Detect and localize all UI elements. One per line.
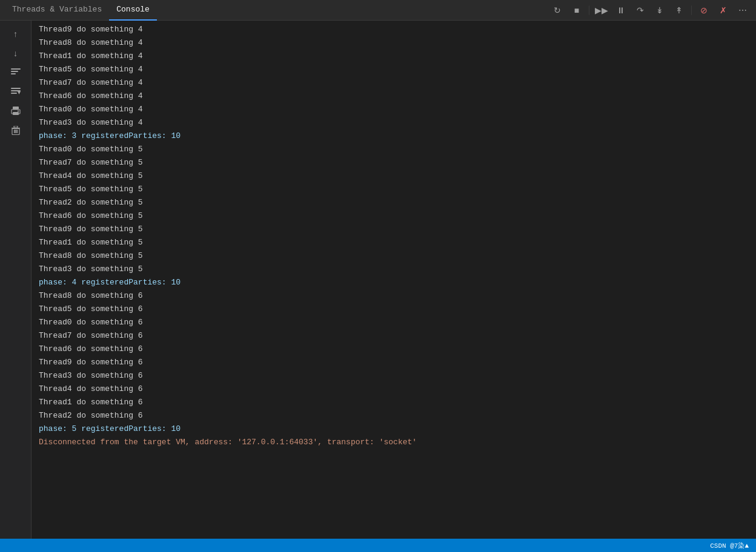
console-output[interactable]: Thread9 do something 4Thread8 do somethi…: [31, 21, 756, 539]
console-line: Thread7 do something 6: [31, 329, 756, 343]
console-line: Thread2 do something 6: [31, 409, 756, 422]
sidebar: ↑ ↓: [0, 21, 31, 539]
pause-icon[interactable]: ⏸: [612, 2, 629, 19]
console-line: Thread3 do something 4: [31, 116, 756, 130]
console-line: Thread0 do something 6: [31, 316, 756, 329]
step-down-icon[interactable]: ↡: [651, 2, 668, 19]
console-line: Thread9 do something 6: [31, 356, 756, 369]
console-line: Thread6 do something 4: [31, 90, 756, 103]
console-line: Thread5 do something 5: [31, 183, 756, 196]
step-over-icon[interactable]: ↷: [632, 2, 649, 19]
resume-icon[interactable]: ▶▶: [593, 2, 610, 19]
clear-console-icon[interactable]: ✗: [715, 2, 732, 19]
console-line: Thread7 do something 5: [31, 156, 756, 169]
separator-2: [691, 5, 692, 15]
svg-rect-4: [11, 90, 21, 91]
svg-rect-17: [16, 130, 18, 133]
filter2-icon: [11, 88, 21, 96]
console-line: Thread0 do something 4: [31, 103, 756, 116]
console-line: Thread8 do something 5: [31, 249, 756, 263]
console-line: Thread4 do something 5: [31, 169, 756, 183]
console-line: Thread7 do something 4: [31, 76, 756, 90]
mute-breakpoints-icon[interactable]: ⊘: [695, 2, 712, 19]
svg-rect-5: [11, 93, 17, 94]
step-up-icon[interactable]: ↟: [671, 2, 688, 19]
toolbar: ↻ ■ ▶▶ ⏸ ↷ ↡ ↟ ⊘ ✗ ⋯: [549, 2, 751, 19]
svg-rect-8: [13, 107, 19, 110]
tab-threads-variables-label: Threads & Variables: [12, 5, 102, 14]
console-line: Thread1 do something 5: [31, 236, 756, 249]
delete-button[interactable]: [5, 122, 27, 139]
tab-console[interactable]: Console: [109, 0, 157, 21]
svg-rect-13: [14, 126, 18, 128]
trash-icon: [12, 126, 20, 136]
console-line: Thread8 do something 6: [31, 289, 756, 303]
console-line: Thread5 do something 4: [31, 63, 756, 76]
status-text: CSDN @7染▲: [710, 541, 749, 550]
stop-icon[interactable]: ■: [568, 2, 585, 19]
svg-rect-15: [14, 130, 15, 133]
filter2-button[interactable]: [5, 84, 27, 100]
console-line: Thread0 do something 5: [31, 143, 756, 156]
svg-rect-3: [11, 88, 21, 89]
console-line: Thread6 do something 5: [31, 209, 756, 223]
scroll-down-button[interactable]: ↓: [5, 45, 27, 62]
svg-rect-16: [15, 130, 16, 133]
console-line: Thread4 do something 6: [31, 383, 756, 396]
rerun-icon[interactable]: ↻: [549, 2, 566, 19]
main-layout: ↑ ↓: [0, 21, 756, 539]
console-line: Thread3 do something 5: [31, 263, 756, 276]
console-line: Thread6 do something 6: [31, 343, 756, 356]
tab-bar: Threads & Variables Console ↻ ■ ▶▶ ⏸ ↷ ↡…: [0, 0, 756, 21]
console-line: Disconnected from the target VM, address…: [31, 436, 756, 449]
print-button[interactable]: [5, 103, 27, 120]
tab-threads-variables[interactable]: Threads & Variables: [5, 0, 109, 21]
status-bar: CSDN @7染▲: [0, 539, 756, 552]
print-icon: [11, 107, 21, 116]
console-line: Thread2 do something 5: [31, 196, 756, 209]
console-line: Thread9 do something 5: [31, 223, 756, 236]
console-line: Thread3 do something 6: [31, 369, 756, 383]
tab-console-label: Console: [116, 5, 150, 14]
filter-button[interactable]: [5, 64, 27, 81]
console-line: phase: 3 registeredParties: 10: [31, 130, 756, 143]
console-line: Thread5 do something 6: [31, 303, 756, 316]
filter-icon: [11, 68, 21, 77]
console-line: Thread9 do something 4: [31, 23, 756, 36]
console-line: phase: 5 registeredParties: 10: [31, 422, 756, 436]
svg-rect-1: [11, 71, 18, 72]
console-line: Thread1 do something 6: [31, 396, 756, 409]
console-line: phase: 4 registeredParties: 10: [31, 276, 756, 289]
svg-rect-10: [13, 112, 19, 115]
svg-rect-11: [18, 111, 19, 112]
svg-rect-2: [11, 73, 16, 74]
svg-rect-0: [11, 68, 21, 70]
console-line: Thread8 do something 4: [31, 36, 756, 50]
more-options-icon[interactable]: ⋯: [734, 2, 751, 19]
separator-1: [589, 5, 589, 15]
console-line: Thread1 do something 4: [31, 50, 756, 63]
scroll-up-button[interactable]: ↑: [5, 25, 27, 42]
